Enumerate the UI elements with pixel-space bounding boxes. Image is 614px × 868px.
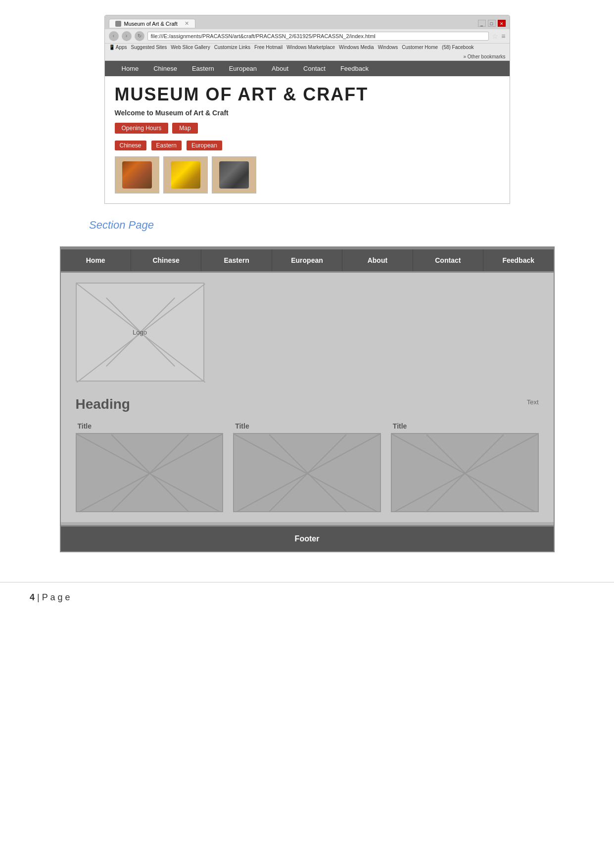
opening-hours-btn[interactable]: Opening Hours <box>115 123 169 134</box>
section-nav-contact[interactable]: Contact <box>413 249 483 271</box>
window-minimize[interactable]: _ <box>478 20 486 27</box>
site-content: Home Chinese Eastern European About Cont… <box>105 61 510 203</box>
section-page-label: Section Page <box>59 209 184 241</box>
footer-bar: Footer <box>61 527 554 551</box>
cat-european[interactable]: European <box>187 141 222 150</box>
nav-european[interactable]: European <box>222 61 264 76</box>
artifact-chinese <box>115 156 159 193</box>
section-nav-about[interactable]: About <box>342 249 413 271</box>
logo-area: Logo <box>61 273 554 391</box>
menu-icon[interactable]: ≡ <box>501 32 505 40</box>
nav-home[interactable]: Home <box>115 61 146 76</box>
bookmark-windows[interactable]: Windows <box>378 45 398 50</box>
artifact-eastern <box>163 156 208 193</box>
nav-contact[interactable]: Contact <box>296 61 332 76</box>
title-label-1: Title <box>76 422 92 430</box>
cat-chinese[interactable]: Chinese <box>115 141 146 150</box>
title-col-3: Title <box>391 422 539 512</box>
forward-button[interactable]: › <box>122 31 132 41</box>
section-nav-home[interactable]: Home <box>61 249 131 271</box>
section-nav-feedback[interactable]: Feedback <box>483 249 553 271</box>
tab-close[interactable]: ✕ <box>185 20 189 27</box>
map-btn[interactable]: Map <box>172 123 197 134</box>
tab-title: Museum of Art & Craft <box>124 21 178 27</box>
img-x-lines-1 <box>77 434 223 512</box>
quick-links-row: Opening Hours Map <box>105 123 510 139</box>
bookmark-media[interactable]: Windows Media <box>339 45 374 50</box>
title-label-3: Title <box>391 422 407 430</box>
section-nav: Home Chinese Eastern European About Cont… <box>61 249 554 271</box>
title-label-2: Title <box>233 422 249 430</box>
browser-tab[interactable]: Museum of Art & Craft ✕ <box>109 19 195 28</box>
bookmark-hotmail[interactable]: Free Hotmail <box>254 45 283 50</box>
bookmark-apps[interactable]: 📱 Apps <box>109 45 127 50</box>
bookmarks-more[interactable]: » Other bookmarks <box>463 54 505 59</box>
window-close[interactable]: ✕ <box>498 20 506 27</box>
window-restore[interactable]: □ <box>488 20 496 27</box>
bookmark-facebook[interactable]: (58) Facebook <box>442 45 473 50</box>
heading-text: Heading <box>76 396 130 412</box>
top-nav: Home Chinese Eastern European About Cont… <box>105 61 510 76</box>
img-x-lines-2 <box>234 434 380 512</box>
artifact-european <box>212 156 256 193</box>
page-number-area: 4 | P a g e <box>0 582 614 613</box>
back-button[interactable]: ‹ <box>109 31 119 41</box>
title-col-2: Title <box>233 422 381 512</box>
nav-chinese[interactable]: Chinese <box>146 61 184 76</box>
nav-eastern[interactable]: Eastern <box>185 61 221 76</box>
bookmark-customize[interactable]: Customize Links <box>214 45 250 50</box>
bookmark-marketplace[interactable]: Windows Marketplace <box>286 45 335 50</box>
logo-placeholder: Logo <box>76 283 204 382</box>
section-nav-chinese[interactable]: Chinese <box>131 249 201 271</box>
logo-label: Logo <box>133 329 147 336</box>
cat-eastern[interactable]: Eastern <box>151 141 182 150</box>
image-placeholder-1 <box>76 433 224 512</box>
bookmark-customer[interactable]: Customer Home <box>402 45 438 50</box>
star-icon[interactable]: ☆ <box>492 32 498 40</box>
nav-feedback[interactable]: Feedback <box>333 61 376 76</box>
body-text: Text <box>497 398 539 406</box>
section-nav-european[interactable]: European <box>272 249 342 271</box>
section-nav-eastern[interactable]: Eastern <box>201 249 272 271</box>
page-number: 4 | P a g e <box>30 592 70 602</box>
img-x-lines-3 <box>392 434 538 512</box>
section-wireframe: Home Chinese Eastern European About Cont… <box>60 246 555 552</box>
title-col-1: Title <box>76 422 224 512</box>
address-bar[interactable] <box>147 32 489 41</box>
refresh-button[interactable]: ↻ <box>135 31 144 41</box>
titles-images-row: Title Title Title <box>61 417 554 522</box>
tab-favicon <box>115 21 121 27</box>
bookmark-webslice[interactable]: Web Slice Gallery <box>171 45 210 50</box>
museum-title: MUSEUM OF ART & CRAFT <box>105 76 510 109</box>
welcome-text: Welcome to Museum of Art & Craft <box>105 109 510 123</box>
bookmark-suggested[interactable]: Suggested Sites <box>131 45 167 50</box>
footer-text: Footer <box>295 534 320 543</box>
image-placeholder-3 <box>391 433 539 512</box>
image-placeholder-2 <box>233 433 381 512</box>
heading-flex: Heading Text <box>61 391 554 417</box>
artifact-images-row <box>105 154 510 203</box>
bookmarks-bar: 📱 Apps Suggested Sites Web Slice Gallery… <box>105 44 510 61</box>
nav-about[interactable]: About <box>265 61 295 76</box>
category-links-row: Chinese Eastern European <box>105 139 510 154</box>
